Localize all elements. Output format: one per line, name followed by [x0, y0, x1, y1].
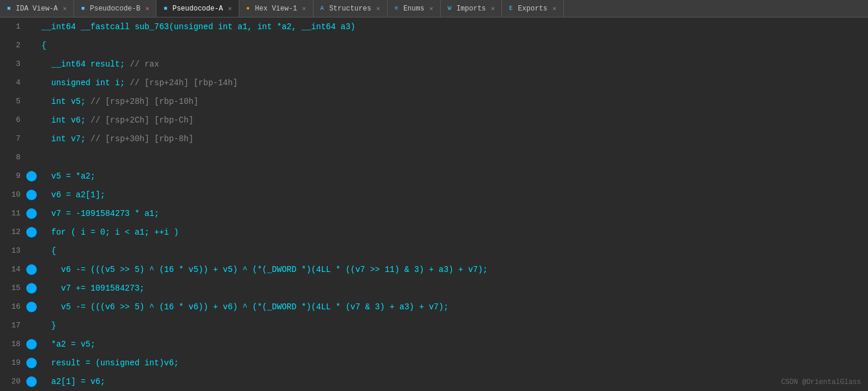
line-number-7: 7 — [0, 130, 26, 148]
tab-label-imports: Imports — [456, 5, 486, 13]
line-number-17: 17 — [0, 316, 26, 335]
line-number-8: 8 — [0, 148, 26, 167]
code-text-15: v7 += 1091584273; — [39, 279, 868, 298]
code-text-11: v7 = -1091584273 * a1; — [39, 204, 868, 223]
tab-label-hex-view-1: Hex View-1 — [255, 5, 297, 13]
line-number-12: 12 — [0, 223, 26, 242]
tab-imports[interactable]: WImports✕ — [441, 0, 502, 17]
no-breakpoint-1 — [26, 22, 37, 32]
watermark-text: CSDN @OrientalGlass — [781, 378, 861, 386]
code-text-2: { — [39, 36, 868, 55]
tab-close-enums[interactable]: ✕ — [427, 5, 435, 13]
code-line-18: 18 *a2 = v5; — [0, 335, 868, 354]
code-text-17: } — [39, 316, 868, 335]
code-text-19: result = (unsigned int)v6; — [39, 354, 868, 372]
breakpoint-dot-19 — [26, 358, 37, 368]
code-text-7: int v7; // [rsp+30h] [rbp-8h] — [39, 130, 868, 148]
line-number-15: 15 — [0, 279, 26, 298]
code-text-5: int v5; // [rsp+28h] [rbp-10h] — [39, 92, 868, 111]
no-breakpoint-17 — [26, 320, 37, 331]
tab-icon-enums: ≡ — [392, 5, 400, 13]
no-breakpoint-4 — [26, 78, 37, 88]
tab-label-pseudocode-a: Pseudocode-A — [172, 5, 222, 13]
breakpoint-dot-15 — [26, 283, 37, 294]
code-text-18: *a2 = v5; — [39, 335, 868, 354]
code-line-10: 10 v6 = a2[1]; — [0, 186, 868, 204]
no-breakpoint-7 — [26, 134, 37, 144]
tab-icon-exports: E — [507, 5, 515, 13]
code-line-8: 8 — [0, 148, 868, 167]
tab-structures[interactable]: AStructures✕ — [313, 0, 388, 17]
breakpoint-dot-10 — [26, 190, 37, 200]
breakpoint-dot-16 — [26, 302, 37, 312]
line-number-14: 14 — [0, 260, 26, 279]
line-number-18: 18 — [0, 335, 26, 354]
line-number-1: 1 — [0, 18, 26, 36]
tab-label-exports: Exports — [518, 5, 547, 13]
tab-icon-ida-view-a: ■ — [5, 5, 13, 13]
tab-label-ida-view-a: IDA View-A — [16, 5, 58, 13]
code-text-4: unsigned int i; // [rsp+24h] [rbp-14h] — [39, 74, 868, 92]
line-number-11: 11 — [0, 204, 26, 223]
tab-close-pseudocode-a[interactable]: ✕ — [226, 5, 234, 13]
line-number-9: 9 — [0, 167, 26, 186]
tab-icon-pseudocode-a: ■ — [161, 5, 169, 13]
code-text-16: v5 -= (((v6 >> 5) ^ (16 * v6)) + v6) ^ (… — [39, 298, 868, 316]
code-text-3: __int64 result; // rax — [39, 55, 868, 74]
no-breakpoint-6 — [26, 115, 37, 125]
tab-icon-structures: A — [318, 5, 326, 13]
code-line-1: 1__int64 __fastcall sub_763(unsigned int… — [0, 18, 868, 36]
code-text-13: { — [39, 242, 868, 260]
code-line-13: 13 { — [0, 242, 868, 260]
tab-label-pseudocode-b: Pseudocode-B — [90, 5, 140, 13]
no-breakpoint-5 — [26, 96, 37, 107]
breakpoint-dot-20 — [26, 376, 37, 387]
code-line-6: 6 int v6; // [rsp+2Ch] [rbp-Ch] — [0, 111, 868, 130]
breakpoint-dot-12 — [26, 227, 37, 238]
tab-close-pseudocode-b[interactable]: ✕ — [143, 5, 151, 13]
tab-icon-imports: W — [445, 5, 454, 13]
code-line-3: 3 __int64 result; // rax — [0, 55, 868, 74]
tab-ida-view-a[interactable]: ■IDA View-A✕ — [0, 0, 74, 17]
no-breakpoint-8 — [26, 152, 37, 163]
code-line-14: 14 v6 -= (((v5 >> 5) ^ (16 * v5)) + v5) … — [0, 260, 868, 279]
breakpoint-dot-14 — [26, 264, 37, 275]
tab-close-hex-view-1[interactable]: ✕ — [300, 5, 308, 13]
tab-close-ida-view-a[interactable]: ✕ — [61, 5, 69, 13]
code-line-12: 12 for ( i = 0; i < a1; ++i ) — [0, 223, 868, 242]
code-line-2: 2{ — [0, 36, 868, 55]
code-line-15: 15 v7 += 1091584273; — [0, 279, 868, 298]
code-container: 1__int64 __fastcall sub_763(unsigned int… — [0, 18, 868, 391]
tab-bar: ■IDA View-A✕■Pseudocode-B✕■Pseudocode-A✕… — [0, 0, 868, 18]
code-text-9: v5 = *a2; — [39, 167, 868, 186]
code-line-19: 19 result = (unsigned int)v6; — [0, 354, 868, 372]
breakpoint-dot-18 — [26, 339, 37, 350]
tab-pseudocode-a[interactable]: ■Pseudocode-A✕ — [156, 0, 239, 17]
line-number-4: 4 — [0, 74, 26, 92]
tab-close-structures[interactable]: ✕ — [374, 5, 382, 13]
line-number-6: 6 — [0, 111, 26, 130]
tab-pseudocode-b[interactable]: ■Pseudocode-B✕ — [74, 0, 156, 17]
tab-exports[interactable]: EExports✕ — [502, 0, 563, 17]
no-breakpoint-3 — [26, 59, 37, 69]
code-line-4: 4 unsigned int i; // [rsp+24h] [rbp-14h] — [0, 74, 868, 92]
tab-enums[interactable]: ≡Enums✕ — [388, 0, 441, 17]
code-text-8 — [39, 148, 868, 167]
line-number-2: 2 — [0, 36, 26, 55]
code-text-10: v6 = a2[1]; — [39, 186, 868, 204]
code-text-12: for ( i = 0; i < a1; ++i ) — [39, 223, 868, 242]
line-number-20: 20 — [0, 372, 26, 391]
line-number-13: 13 — [0, 242, 26, 260]
line-number-19: 19 — [0, 354, 26, 372]
breakpoint-dot-11 — [26, 208, 37, 219]
tab-close-exports[interactable]: ✕ — [550, 5, 559, 13]
line-number-10: 10 — [0, 186, 26, 204]
code-text-14: v6 -= (((v5 >> 5) ^ (16 * v5)) + v5) ^ (… — [39, 260, 868, 279]
line-number-16: 16 — [0, 298, 26, 316]
no-breakpoint-2 — [26, 40, 37, 51]
tab-close-imports[interactable]: ✕ — [489, 5, 497, 13]
breakpoint-dot-9 — [26, 171, 37, 181]
line-number-3: 3 — [0, 55, 26, 74]
code-text-1: __int64 __fastcall sub_763(unsigned int … — [39, 18, 868, 36]
tab-hex-view-1[interactable]: ●Hex View-1✕ — [239, 0, 313, 17]
